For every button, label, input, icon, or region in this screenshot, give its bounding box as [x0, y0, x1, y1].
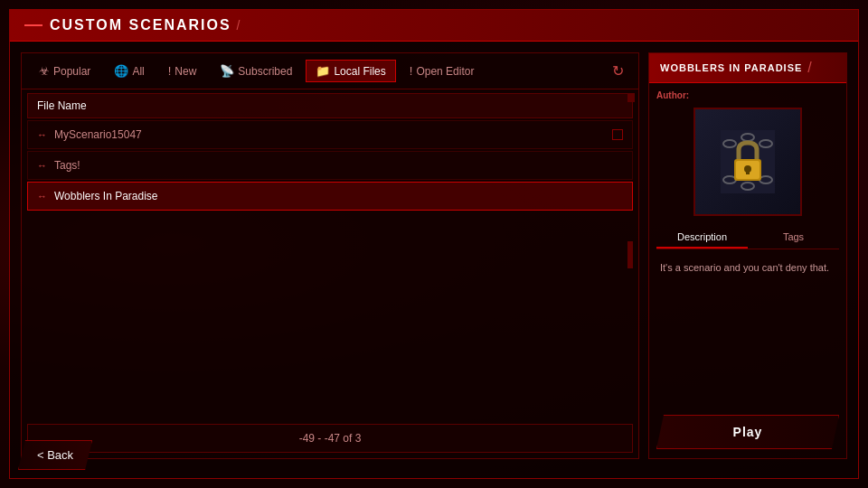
- file-row-3[interactable]: ↔ Wobblers In Paradise: [27, 182, 633, 211]
- scroll-top-indicator: [627, 93, 635, 102]
- file-list-container: File Name ↔ MyScenario15047 ↔ Tags! ↔ Wo…: [22, 89, 638, 420]
- scrollbar-right[interactable]: [627, 241, 633, 268]
- detail-title-bar: WOBBLERS IN PARADISE /: [649, 53, 846, 83]
- folder-icon: 📁: [316, 64, 330, 78]
- play-button[interactable]: Play: [656, 415, 839, 449]
- tab-open-editor-label: Open Editor: [416, 65, 474, 78]
- subtab-description-label: Description: [677, 231, 727, 242]
- left-panel: ☣ Popular 🌐 All ! New 📡 Subscribed 📁: [21, 52, 639, 459]
- main-window: CUSTOM SCENARIOS / ☣ Popular 🌐 All ! New: [9, 9, 859, 479]
- back-button-container: < Back: [18, 440, 92, 470]
- back-button[interactable]: < Back: [18, 440, 92, 470]
- file-row-1[interactable]: ↔ MyScenario15047: [27, 120, 633, 149]
- tab-popular-label: Popular: [53, 65, 90, 78]
- author-label: Author:: [656, 90, 839, 100]
- file-icon-2: ↔: [37, 160, 47, 171]
- right-panel: WOBBLERS IN PARADISE / Author:: [648, 52, 847, 459]
- biohazard-icon: ☣: [39, 64, 50, 78]
- tab-subscribed[interactable]: 📡 Subscribed: [210, 60, 302, 82]
- lock-image: [695, 109, 800, 214]
- tab-new[interactable]: ! New: [158, 60, 207, 82]
- detail-subtabs: Description Tags: [656, 227, 839, 249]
- file-icon-3: ↔: [37, 191, 47, 202]
- lock-svg: [721, 130, 775, 193]
- file-name-1: MyScenario15047: [54, 128, 142, 141]
- page-title: CUSTOM SCENARIOS: [50, 17, 231, 33]
- tab-all-label: All: [132, 65, 144, 78]
- subtab-tags-label: Tags: [783, 231, 804, 242]
- tab-local-files[interactable]: 📁 Local Files: [306, 60, 395, 82]
- scenario-thumbnail: [693, 108, 802, 216]
- tab-bar: ☣ Popular 🌐 All ! New 📡 Subscribed 📁: [22, 53, 638, 89]
- checkbox-1[interactable]: [612, 129, 623, 140]
- title-bar-accent: [24, 24, 42, 26]
- pagination-bar: -49 - -47 of 3: [27, 424, 633, 453]
- file-icon-1: ↔: [37, 129, 47, 140]
- tab-local-files-label: Local Files: [334, 65, 385, 78]
- play-button-container: Play: [649, 406, 846, 458]
- tab-subscribed-label: Subscribed: [238, 65, 292, 78]
- detail-title-arrow: /: [807, 60, 811, 76]
- refresh-button[interactable]: ↻: [605, 59, 631, 83]
- tab-open-editor[interactable]: ! Open Editor: [400, 60, 485, 82]
- subscribed-icon: 📡: [220, 64, 234, 78]
- detail-title: WOBBLERS IN PARADISE: [660, 62, 802, 73]
- svg-rect-10: [746, 169, 750, 174]
- globe-icon: 🌐: [114, 64, 128, 78]
- subtab-tags[interactable]: Tags: [748, 227, 839, 249]
- description-text: It's a scenario and you can't deny that.: [656, 257, 839, 279]
- title-bar: CUSTOM SCENARIOS /: [10, 10, 858, 42]
- detail-content: Author:: [649, 83, 846, 406]
- exclamation-icon-new: !: [168, 64, 172, 78]
- tab-popular[interactable]: ☣ Popular: [29, 60, 100, 82]
- tab-new-label: New: [175, 65, 196, 78]
- file-list-header: File Name: [27, 93, 633, 118]
- exclamation-icon-editor: !: [410, 64, 413, 78]
- pagination-text: -49 - -47 of 3: [299, 432, 362, 445]
- content-area: ☣ Popular 🌐 All ! New 📡 Subscribed 📁: [10, 42, 858, 470]
- file-name-2: Tags!: [54, 159, 80, 172]
- subtab-description[interactable]: Description: [656, 227, 748, 249]
- file-name-3: Wobblers In Paradise: [54, 190, 158, 202]
- file-row-2[interactable]: ↔ Tags!: [27, 151, 633, 180]
- tab-all[interactable]: 🌐 All: [104, 60, 154, 82]
- column-header-filename: File Name: [37, 99, 623, 112]
- title-arrow: /: [237, 18, 241, 33]
